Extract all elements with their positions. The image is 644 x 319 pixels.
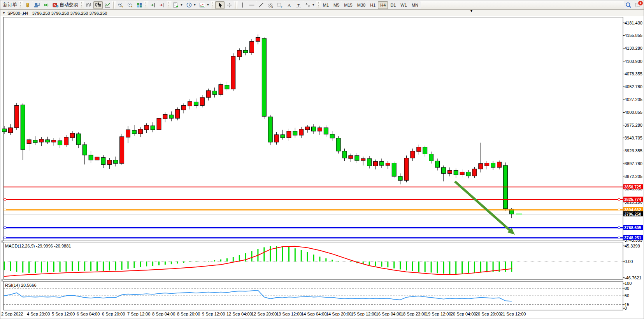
toolbar-separator (235, 2, 237, 9)
new-order-button[interactable]: 新订单 (2, 1, 19, 9)
chevron-down-icon: ▼ (207, 3, 209, 6)
candle-chart-button[interactable] (93, 1, 103, 9)
svg-text:3796.250: 3796.250 (624, 212, 641, 216)
zoom-out-button[interactable] (125, 1, 135, 9)
toolbar-grip (81, 2, 83, 8)
svg-text:14 Sep 20:00: 14 Sep 20:00 (326, 312, 351, 316)
labelt-icon: T (295, 2, 302, 8)
tile-windows-button[interactable] (135, 1, 144, 9)
gridf-icon: F (277, 2, 283, 8)
hline-icon (249, 2, 255, 8)
crosshair-button[interactable] (225, 1, 234, 9)
text-label-button[interactable]: T (294, 1, 303, 9)
horizontal-line-button[interactable] (247, 1, 256, 9)
chart-shift-button[interactable] (158, 1, 167, 9)
bar-chart-button[interactable] (84, 1, 93, 9)
svg-text:8 Sep 20:00: 8 Sep 20:00 (177, 312, 200, 316)
timeframe-button-m1[interactable]: M1 (321, 1, 331, 9)
svg-text:4052.780: 4052.780 (625, 84, 642, 89)
zoom-in-button[interactable] (116, 1, 125, 9)
template-button[interactable]: ▼ (198, 1, 211, 9)
market-watch-icon[interactable] (23, 1, 32, 9)
chart-canvas[interactable]: 4181.4304155.8554130.2804103.9304078.355… (0, 16, 644, 319)
chat-button[interactable]: 1 (633, 1, 642, 9)
channel-button[interactable]: F (275, 1, 284, 9)
svg-text:21 Sep 12:00: 21 Sep 12:00 (500, 312, 526, 316)
svg-text:19 Sep 12:00: 19 Sep 12:00 (426, 312, 451, 316)
svg-text:4000.855: 4000.855 (625, 110, 642, 115)
svg-text:6 Sep 04:00: 6 Sep 04:00 (77, 312, 100, 316)
timeframe-button-h4[interactable]: H4 (378, 1, 388, 9)
vertical-line-button[interactable] (238, 1, 247, 9)
svg-text:MACD(12,26,9) -29.9996 -20.988: MACD(12,26,9) -29.9996 -20.9881 (5, 244, 71, 248)
svg-text:3949.705: 3949.705 (625, 136, 642, 140)
timeframe-button-m5[interactable]: M5 (331, 1, 342, 9)
svg-text:2 Sep 2022: 2 Sep 2022 (1, 312, 23, 316)
chevron-down-icon: ▼ (193, 3, 196, 6)
magnifier-icon (625, 2, 632, 8)
account-icon[interactable] (32, 1, 42, 9)
svg-text:T: T (297, 3, 300, 7)
chevron-down-icon: ▼ (180, 3, 183, 6)
fibonacci-button[interactable]: E (266, 1, 275, 9)
svg-text:3897.780: 3897.780 (625, 161, 642, 166)
robot-icon (53, 2, 59, 8)
svg-text:7 Sep 12:00: 7 Sep 12:00 (127, 312, 150, 316)
collapse-triangle-icon[interactable]: ▼ (2, 11, 5, 15)
signal-icon[interactable] (42, 1, 51, 9)
svg-text:45.3399: 45.3399 (625, 244, 640, 248)
clock-icon (186, 2, 192, 8)
search-button[interactable] (624, 1, 633, 9)
svg-text:A: A (288, 2, 291, 8)
toolbar-grip (145, 2, 147, 8)
ohlc-quotes: 3796.250 3796.250 3796.250 3796.250 (32, 11, 107, 16)
timeframe-button-m15[interactable]: M15 (342, 1, 354, 9)
timeframe-button-h1[interactable]: H1 (368, 1, 378, 9)
trendline-button[interactable] (256, 1, 266, 9)
cursor-button[interactable] (215, 1, 225, 9)
time-marker-triangle-icon: ▼ (470, 9, 473, 13)
chartshift-icon (159, 2, 165, 8)
svg-text:18 Sep 23:00: 18 Sep 23:00 (401, 312, 426, 316)
candles-icon (95, 2, 101, 8)
svg-text:4027.205: 4027.205 (625, 97, 642, 102)
text-button[interactable]: A (284, 1, 294, 9)
timeframe-button-mn[interactable]: MN (409, 1, 421, 9)
chat-icon: 1 (635, 2, 641, 8)
svg-text:F: F (281, 5, 283, 8)
svg-text:4103.930: 4103.930 (625, 59, 642, 64)
toolbar-grip (318, 2, 319, 8)
svg-text:0: 0 (625, 306, 627, 310)
auto-scroll-button[interactable] (148, 1, 158, 9)
timeframe-button-w1[interactable]: W1 (398, 1, 409, 9)
toolbar-grip (168, 2, 170, 8)
svg-text:9 Sep 12:00: 9 Sep 12:00 (202, 312, 225, 316)
timeframe-button-d1[interactable]: D1 (388, 1, 398, 9)
add-indicator-button[interactable]: ▼ (171, 1, 184, 9)
line-chart-button[interactable] (103, 1, 112, 9)
svg-text:3825.774: 3825.774 (624, 197, 641, 202)
svg-text:3872.205: 3872.205 (625, 174, 642, 179)
svg-text:8 Sep 04:00: 8 Sep 04:00 (152, 312, 175, 316)
chevron-down-icon: ▼ (312, 3, 315, 6)
new-order-button-label: 新订单 (3, 2, 17, 8)
svg-text:6 Sep 20:00: 6 Sep 20:00 (102, 312, 125, 316)
auto-trading-button[interactable]: 自动交易 (51, 1, 80, 9)
svg-text:-46.7621: -46.7621 (625, 275, 641, 280)
chart-title-bar: ▼ SP500-,H4 3796.250 3796.250 3796.250 3… (0, 10, 644, 16)
trend-icon (258, 2, 264, 8)
shapes-icon (305, 2, 311, 8)
svg-text:16 Sep 04:00: 16 Sep 04:00 (376, 312, 401, 316)
fibo-icon: E (267, 2, 274, 8)
arrows-shapes-button[interactable]: ▼ (303, 1, 316, 9)
svg-text:E: E (271, 5, 273, 8)
symbol-period-label: SP500-,H4 (7, 11, 28, 16)
svg-text:13 Sep 12:00: 13 Sep 12:00 (276, 312, 302, 316)
timeframe-button-m30[interactable]: M30 (355, 1, 368, 9)
period-menu-button[interactable]: ▼ (184, 1, 198, 9)
toolbar-separator (113, 2, 115, 9)
svg-text:20 Sep 04:00: 20 Sep 04:00 (451, 312, 476, 316)
svg-text:5 Sep 12:00: 5 Sep 12:00 (52, 312, 75, 316)
svg-text:14 Sep 04:00: 14 Sep 04:00 (301, 312, 326, 316)
bars-icon (86, 2, 92, 8)
